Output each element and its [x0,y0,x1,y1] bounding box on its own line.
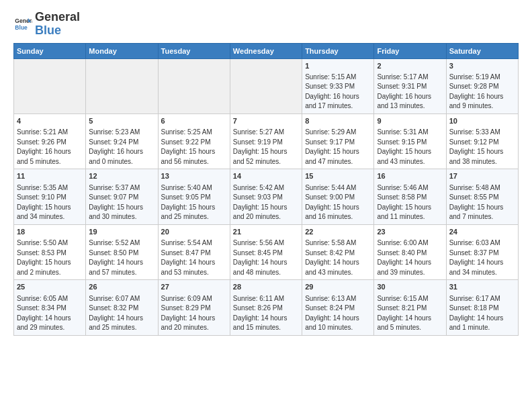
weekday-header-monday: Monday [86,43,158,58]
cell-content: Sunrise: 6:00 AMSunset: 8:40 PMDaylight:… [377,238,443,277]
calendar-week-4: 18Sunrise: 5:50 AMSunset: 8:53 PMDayligh… [14,224,519,279]
cell-content: Sunrise: 5:15 AMSunset: 9:33 PMDaylight:… [305,73,371,111]
day-number: 13 [161,171,227,181]
cell-content: Sunrise: 6:07 AMSunset: 8:32 PMDaylight:… [89,294,154,333]
calendar-cell: 22Sunrise: 5:58 AMSunset: 8:42 PMDayligh… [302,224,374,279]
calendar-cell: 1Sunrise: 5:15 AMSunset: 9:33 PMDaylight… [302,58,374,113]
cell-content: Sunrise: 5:48 AMSunset: 8:55 PMDaylight:… [449,183,515,222]
day-number: 22 [305,227,371,237]
day-number: 15 [305,171,371,181]
calendar-cell: 10Sunrise: 5:33 AMSunset: 9:12 PMDayligh… [446,113,518,169]
calendar-cell: 31Sunrise: 6:17 AMSunset: 8:18 PMDayligh… [446,280,518,335]
cell-content: Sunrise: 5:52 AMSunset: 8:50 PMDaylight:… [89,238,154,277]
cell-content: Sunrise: 5:37 AMSunset: 9:07 PMDaylight:… [89,183,154,222]
day-number: 3 [449,61,515,71]
day-number: 31 [449,282,515,292]
day-number: 8 [305,116,371,126]
day-number: 29 [305,282,371,292]
calendar-header-row: SundayMondayTuesdayWednesdayThursdayFrid… [14,43,519,58]
cell-content: Sunrise: 5:27 AMSunset: 9:19 PMDaylight:… [233,128,299,167]
day-number: 24 [449,227,515,237]
calendar-body: 1Sunrise: 5:15 AMSunset: 9:33 PMDaylight… [14,58,519,335]
calendar-cell [230,58,302,113]
cell-content: Sunrise: 5:19 AMSunset: 9:28 PMDaylight:… [449,73,515,111]
weekday-header-saturday: Saturday [446,43,518,58]
calendar-cell: 13Sunrise: 5:40 AMSunset: 9:05 PMDayligh… [158,169,230,224]
weekday-header-wednesday: Wednesday [230,43,302,58]
cell-content: Sunrise: 5:40 AMSunset: 9:05 PMDaylight:… [161,183,227,222]
calendar-cell: 12Sunrise: 5:37 AMSunset: 9:07 PMDayligh… [86,169,158,224]
weekday-header-sunday: Sunday [14,43,86,58]
day-number: 23 [377,227,443,237]
cell-content: Sunrise: 5:31 AMSunset: 9:15 PMDaylight:… [377,128,443,167]
calendar-week-5: 25Sunrise: 6:05 AMSunset: 8:34 PMDayligh… [14,280,519,335]
day-number: 1 [305,61,371,71]
calendar-cell: 15Sunrise: 5:44 AMSunset: 9:00 PMDayligh… [302,169,374,224]
day-number: 18 [17,227,83,237]
calendar-cell: 16Sunrise: 5:46 AMSunset: 8:58 PMDayligh… [374,169,446,224]
day-number: 26 [89,282,154,292]
calendar-cell: 20Sunrise: 5:54 AMSunset: 8:47 PMDayligh… [158,224,230,279]
calendar-cell: 26Sunrise: 6:07 AMSunset: 8:32 PMDayligh… [86,280,158,335]
calendar-cell: 25Sunrise: 6:05 AMSunset: 8:34 PMDayligh… [14,280,86,335]
cell-content: Sunrise: 5:42 AMSunset: 9:03 PMDaylight:… [233,183,299,222]
day-number: 12 [89,171,154,181]
weekday-header-tuesday: Tuesday [158,43,230,58]
calendar-cell: 19Sunrise: 5:52 AMSunset: 8:50 PMDayligh… [86,224,158,279]
day-number: 28 [233,282,299,292]
calendar-week-3: 11Sunrise: 5:35 AMSunset: 9:10 PMDayligh… [14,169,519,224]
calendar-table: SundayMondayTuesdayWednesdayThursdayFrid… [13,43,519,336]
day-number: 30 [377,282,443,292]
cell-content: Sunrise: 6:05 AMSunset: 8:34 PMDaylight:… [17,294,83,333]
cell-content: Sunrise: 5:35 AMSunset: 9:10 PMDaylight:… [17,183,83,222]
calendar-cell: 2Sunrise: 5:17 AMSunset: 9:31 PMDaylight… [374,58,446,113]
calendar-cell: 11Sunrise: 5:35 AMSunset: 9:10 PMDayligh… [14,169,86,224]
calendar-cell: 23Sunrise: 6:00 AMSunset: 8:40 PMDayligh… [374,224,446,279]
cell-content: Sunrise: 5:17 AMSunset: 9:31 PMDaylight:… [377,73,443,111]
calendar-week-2: 4Sunrise: 5:21 AMSunset: 9:26 PMDaylight… [14,113,519,169]
cell-content: Sunrise: 5:33 AMSunset: 9:12 PMDaylight:… [449,128,515,167]
cell-content: Sunrise: 6:17 AMSunset: 8:18 PMDaylight:… [449,294,515,333]
cell-content: Sunrise: 5:25 AMSunset: 9:22 PMDaylight:… [161,128,227,167]
day-number: 14 [233,171,299,181]
weekday-header-thursday: Thursday [302,43,374,58]
calendar-cell: 24Sunrise: 6:03 AMSunset: 8:37 PMDayligh… [446,224,518,279]
calendar-cell: 3Sunrise: 5:19 AMSunset: 9:28 PMDaylight… [446,58,518,113]
page-header: General Blue General Blue [13,11,519,38]
calendar-cell: 18Sunrise: 5:50 AMSunset: 8:53 PMDayligh… [14,224,86,279]
calendar-cell: 27Sunrise: 6:09 AMSunset: 8:29 PMDayligh… [158,280,230,335]
day-number: 4 [17,116,83,126]
logo-text: General Blue [35,11,80,38]
cell-content: Sunrise: 6:11 AMSunset: 8:26 PMDaylight:… [233,294,299,333]
calendar-cell [14,58,86,113]
weekday-header-friday: Friday [374,43,446,58]
calendar-cell: 29Sunrise: 6:13 AMSunset: 8:24 PMDayligh… [302,280,374,335]
day-number: 5 [89,116,154,126]
day-number: 10 [449,116,515,126]
cell-content: Sunrise: 6:13 AMSunset: 8:24 PMDaylight:… [305,294,371,333]
day-number: 21 [233,227,299,237]
calendar-cell: 28Sunrise: 6:11 AMSunset: 8:26 PMDayligh… [230,280,302,335]
cell-content: Sunrise: 5:23 AMSunset: 9:24 PMDaylight:… [89,128,154,167]
day-number: 11 [17,171,83,181]
day-number: 19 [89,227,154,237]
calendar-cell: 17Sunrise: 5:48 AMSunset: 8:55 PMDayligh… [446,169,518,224]
day-number: 7 [233,116,299,126]
calendar-cell [86,58,158,113]
calendar-cell: 14Sunrise: 5:42 AMSunset: 9:03 PMDayligh… [230,169,302,224]
cell-content: Sunrise: 5:58 AMSunset: 8:42 PMDaylight:… [305,238,371,277]
day-number: 6 [161,116,227,126]
day-number: 9 [377,116,443,126]
calendar-cell: 8Sunrise: 5:29 AMSunset: 9:17 PMDaylight… [302,113,374,169]
cell-content: Sunrise: 5:54 AMSunset: 8:47 PMDaylight:… [161,238,227,277]
cell-content: Sunrise: 5:44 AMSunset: 9:00 PMDaylight:… [305,183,371,222]
day-number: 27 [161,282,227,292]
cell-content: Sunrise: 5:50 AMSunset: 8:53 PMDaylight:… [17,238,83,277]
cell-content: Sunrise: 5:56 AMSunset: 8:45 PMDaylight:… [233,238,299,277]
day-number: 25 [17,282,83,292]
calendar-cell [158,58,230,113]
day-number: 16 [377,171,443,181]
logo: General Blue General Blue [13,11,80,38]
calendar-week-1: 1Sunrise: 5:15 AMSunset: 9:33 PMDaylight… [14,58,519,113]
calendar-cell: 5Sunrise: 5:23 AMSunset: 9:24 PMDaylight… [86,113,158,169]
